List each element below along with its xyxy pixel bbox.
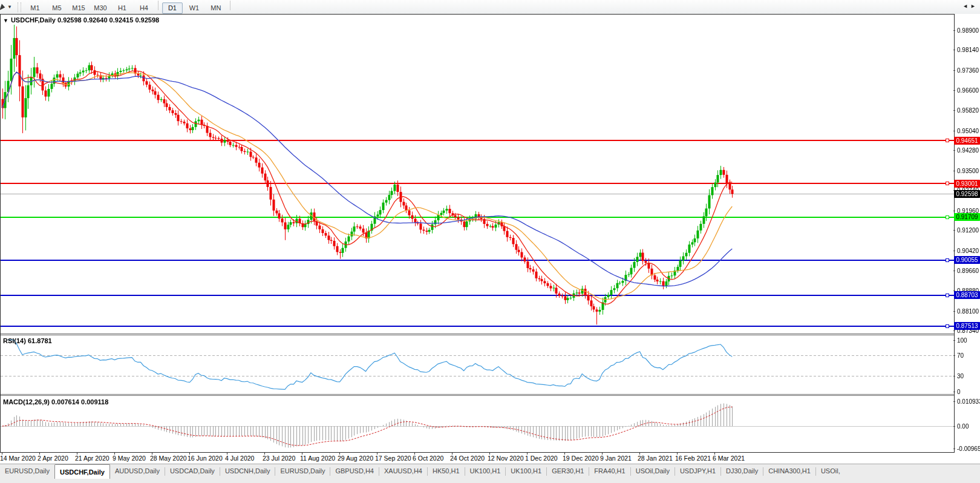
rsi-name: RSI(14)	[3, 337, 26, 344]
timeframe-button-MN[interactable]: MN	[206, 2, 226, 14]
symbol-tab-eurusd-daily[interactable]: EURUSD,Daily	[0, 464, 54, 477]
chart-title-bar: ▼USDCHF,Daily 0.92598 0.92640 0.92415 0.…	[3, 16, 159, 24]
date-label: 6 Oct 2020	[413, 455, 443, 462]
axis-tick-label: 0.88100	[957, 308, 979, 315]
chart-symbol-label: USDCHF,Daily	[11, 16, 56, 24]
price-level-badge: 0.87513	[954, 322, 980, 330]
timeframe-button-W1[interactable]: W1	[184, 2, 204, 14]
axis-tickmark	[953, 311, 955, 312]
tab-scroll-buttons: ◄►	[962, 3, 978, 9]
axis-tick-label: 0	[957, 389, 961, 395]
symbol-tab-uk100-h1[interactable]: UK100,H1	[465, 464, 506, 477]
symbol-tab-china300-h1[interactable]: CHINA300,H1	[763, 464, 815, 477]
axis-tickmark	[953, 448, 955, 449]
axis-tickmark	[953, 426, 955, 427]
symbol-tab-ger30-h1[interactable]: GER30,H1	[547, 464, 589, 477]
axis-tickmark	[953, 230, 955, 231]
date-label: 9 May 2020	[113, 455, 146, 462]
timeframe-button-M5[interactable]: M5	[47, 2, 67, 14]
date-label: 24 Oct 2020	[450, 455, 485, 462]
timeframe-button-M15[interactable]: M15	[68, 2, 89, 14]
price-level-badge: 0.94651	[954, 137, 980, 145]
axis-tickmark	[953, 251, 955, 251]
symbol-tab-uk100-h1[interactable]: UK100,H1	[506, 464, 546, 477]
axis-tickmark	[953, 211, 955, 211]
date-label: 23 Jul 2020	[263, 455, 295, 462]
price-chart-canvas[interactable]	[1, 15, 954, 452]
date-label: 4 Jul 2020	[225, 455, 254, 462]
symbol-tab-usoil-daily[interactable]: USOil,Daily	[631, 464, 675, 477]
collapse-chart-icon[interactable]: ▼	[3, 18, 8, 24]
axis-tickmark	[953, 376, 955, 376]
symbol-tab-usoil-[interactable]: USOil,	[816, 464, 845, 477]
axis-tickmark	[953, 330, 955, 331]
axis-tickmark	[953, 50, 955, 50]
date-label: 9 Jan 2021	[600, 455, 632, 462]
date-label: 16 Jun 2020	[188, 455, 223, 462]
axis-tick-label: 0.90420	[957, 248, 979, 254]
date-label: 14 Mar 2020	[0, 455, 36, 462]
macd-values: 0.007614 0.009118	[51, 398, 108, 406]
axis-tick-label: -0.009653	[957, 445, 980, 452]
symbol-tab-audusd-daily[interactable]: AUDUSD,Daily	[110, 464, 165, 477]
symbol-tab-usdchf-daily[interactable]: USDCHF,Daily	[54, 464, 110, 479]
axis-tickmark	[953, 401, 955, 402]
axis-tickmark	[953, 171, 955, 171]
date-label: 16 Feb 2021	[675, 455, 711, 462]
timeframe-buttons: M1M5M15M30H1H4D1W1MN	[24, 1, 234, 14]
axis-tick-label: 0.95820	[957, 107, 979, 114]
symbol-tab-usdcnh-daily[interactable]: USDCNH,Daily	[220, 464, 275, 477]
axis-tick-label: 0.94280	[957, 147, 979, 154]
axis-tick-label: 70	[957, 352, 964, 359]
axis-tick-label: 30	[957, 373, 964, 380]
tab-scroll-left-icon[interactable]: ◄	[962, 3, 970, 9]
pointer-tool-button[interactable]: ▼	[0, 1, 14, 13]
toolbar-separator	[158, 1, 158, 10]
price-level-badge: 0.90055	[954, 256, 980, 264]
symbol-tab-xauusd-h4[interactable]: XAUUSD,H4	[379, 464, 427, 477]
date-axis[interactable]: 14 Mar 20202 Apr 202021 Apr 20209 May 20…	[0, 453, 955, 463]
timeframe-button-M30[interactable]: M30	[90, 2, 111, 14]
symbol-tab-fra40-h1[interactable]: FRA40,H1	[589, 464, 630, 477]
toolbar-separator	[230, 1, 230, 10]
tab-scroll-right-icon[interactable]: ►	[970, 3, 978, 9]
timeframe-button-M1[interactable]: M1	[25, 2, 45, 14]
date-label: 12 Nov 2020	[488, 455, 524, 462]
macd-name: MACD(12,26,9)	[3, 398, 50, 406]
top-toolbar: ▼ M1M5M15M30H1H4D1W1MN	[0, 0, 980, 15]
axis-tickmark	[953, 355, 955, 356]
axis-tick-label: 0.89660	[957, 268, 979, 274]
timeframe-button-H4[interactable]: H4	[134, 2, 154, 14]
axis-tick-label: 0.96600	[957, 87, 979, 94]
symbol-tab-dj30-daily[interactable]: DJ30,Daily	[721, 464, 763, 477]
axis-tick-label: 0.93500	[957, 168, 979, 174]
date-label: 19 Dec 2020	[563, 455, 599, 462]
symbol-tab-eurusd-daily[interactable]: EURUSD,Daily	[275, 464, 330, 477]
symbol-tab-hk50-h1[interactable]: HK50,H1	[428, 464, 465, 477]
axis-tick-label: 0.98900	[957, 27, 979, 34]
axis-tickmark	[953, 70, 955, 71]
axis-tick-label: 0.010933	[957, 398, 980, 405]
axis-tickmark	[953, 340, 955, 341]
symbol-tab-usdjpy-h1[interactable]: USDJPY,H1	[675, 464, 720, 477]
rsi-indicator-label: RSI(14) 61.8781	[3, 337, 52, 344]
date-label: 2 Apr 2020	[38, 455, 68, 462]
date-label: 11 Aug 2020	[300, 455, 335, 462]
axis-tick-label: 0.95040	[957, 128, 979, 134]
pointer-icon	[0, 4, 6, 12]
rsi-value: 61.8781	[28, 337, 52, 344]
axis-tickmark	[953, 131, 955, 131]
symbol-tab-gbpusd-h4[interactable]: GBPUSD,H4	[330, 464, 379, 477]
axis-tick-label: 0.00	[957, 423, 969, 430]
price-axis[interactable]: 0.989000.981400.973600.966000.958200.950…	[955, 14, 980, 453]
chart-window: ▼USDCHF,Daily 0.92598 0.92640 0.92415 0.…	[0, 14, 955, 453]
date-label: 21 Apr 2020	[75, 455, 109, 462]
symbol-tab-usdcad-daily[interactable]: USDCAD,Daily	[165, 464, 220, 477]
date-label: 29 Aug 2020	[338, 455, 373, 462]
chart-ohlc-values: 0.92598 0.92640 0.92415 0.92598	[57, 16, 159, 24]
timeframe-button-H1[interactable]: H1	[112, 2, 132, 14]
axis-tickmark	[953, 110, 955, 111]
timeframe-button-D1[interactable]: D1	[162, 2, 183, 14]
symbol-tab-bar: EURUSD,DailyUSDCHF,DailyAUDUSD,DailyUSDC…	[0, 464, 980, 483]
date-label: 1 Dec 2020	[525, 455, 558, 462]
